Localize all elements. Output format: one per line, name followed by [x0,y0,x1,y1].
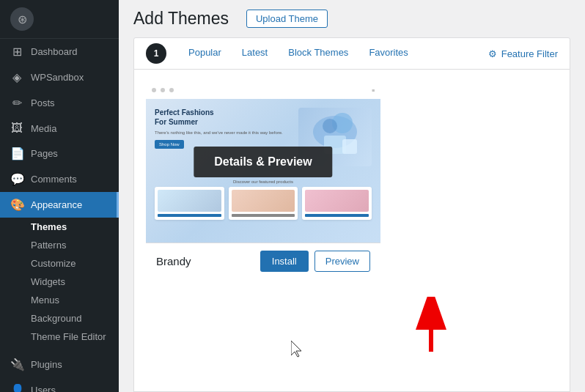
sidebar-item-plugins[interactable]: 🔌 Plugins [0,352,119,377]
gear-icon: ⚙ [488,48,497,59]
appearance-icon: 🎨 [10,198,23,212]
sidebar-item-comments[interactable]: 💬 Comments [0,166,119,192]
filter-bar: 1 Popular Latest Block Themes Favorites … [133,37,570,70]
theme-count-badge: 1 [146,43,166,64]
product-img [158,190,221,212]
nav-dot [161,88,165,92]
sidebar-sub-background[interactable]: Background [0,309,119,328]
feature-filter-label: Feature Filter [501,48,558,59]
sidebar-sub-theme-file-editor[interactable]: Theme File Editor [0,328,119,346]
pages-icon: 📄 [10,147,23,160]
tab-favorites[interactable]: Favorites [358,38,418,69]
arrow-indicator [409,297,453,358]
sidebar-item-label: WPSandbox [31,72,84,83]
product-card-1 [155,187,224,220]
product-img [305,190,369,212]
theme-name: Brandy [156,255,191,267]
theme-card-brandy[interactable]: ≡ Perfect Fashions For Summer There's no… [146,81,380,279]
themes-area: ≡ Perfect Fashions For Summer There's no… [133,70,570,392]
theme-actions: Install Preview [260,251,370,272]
wp-logo-icon: ⊛ [10,7,34,31]
sidebar-item-label: Dashboard [31,46,78,57]
mouse-cursor [291,341,306,362]
media-icon: 🖼 [10,122,23,135]
main-content: Add Themes Upload Theme 1 Popular Latest… [119,0,585,392]
theme-preview: ≡ Perfect Fashions For Summer There's no… [146,81,380,243]
sidebar-item-appearance[interactable]: 🎨 Appearance [0,192,119,218]
dashboard-icon: ⊞ [10,45,23,59]
posts-icon: ✏ [10,96,23,110]
sidebar-sub-patterns[interactable]: Patterns [0,236,119,254]
preview-heading: Perfect Fashions For Summer [155,108,292,127]
sidebar-item-label: Users [31,385,56,392]
sidebar-item-label: Appearance [31,199,82,210]
preview-products-row [155,187,372,220]
wpsandbox-icon: ◈ [10,70,23,84]
tab-block-themes[interactable]: Block Themes [278,38,358,69]
sidebar-item-label: Plugins [31,359,62,370]
sidebar-item-pages[interactable]: 📄 Pages [0,141,119,166]
themes-wrapper: ≡ Perfect Fashions For Summer There's no… [134,70,570,291]
sidebar-item-label: Pages [31,148,58,159]
users-icon: 👤 [10,383,23,392]
theme-info-bar: Brandy Install Preview [146,243,380,279]
preview-button[interactable]: Preview [314,251,370,272]
sidebar-sub-menus[interactable]: Menus [0,291,119,309]
red-arrow-svg [409,297,453,355]
sidebar-item-posts[interactable]: ✏ Posts [0,90,119,116]
sidebar: ⊛ ⊞ Dashboard ◈ WPSandbox ✏ Posts 🖼 Medi… [0,0,119,392]
product-img [232,190,295,212]
tab-popular[interactable]: Popular [178,38,232,69]
sidebar-sub-customize[interactable]: Customize [0,254,119,273]
sidebar-item-label: Comments [31,174,77,185]
preview-products: Discover our featured products [146,175,380,224]
details-preview-overlay[interactable]: Details & Preview [194,147,332,177]
sidebar-item-label: Media [31,123,56,134]
product-card-3 [302,187,372,220]
page-header: Add Themes Upload Theme [119,0,585,29]
preview-nav-bar: ≡ [146,81,380,99]
install-button[interactable]: Install [260,251,309,272]
preview-sub: There's nothing like this, and we've nev… [155,130,292,136]
sidebar-sub-themes[interactable]: Themes [0,218,119,236]
nav-dot [152,88,156,92]
preview-discover-text: Discover our featured products [155,180,372,184]
upload-theme-button[interactable]: Upload Theme [246,10,328,28]
feature-filter[interactable]: ⚙ Feature Filter [478,40,558,68]
comments-icon: 💬 [10,172,23,186]
tab-latest[interactable]: Latest [232,38,278,69]
svg-point-2 [323,119,337,133]
svg-rect-4 [342,139,357,154]
sidebar-item-users[interactable]: 👤 Users [0,377,119,392]
product-card-2 [229,187,298,220]
sidebar-logo: ⊛ [0,0,119,39]
sidebar-item-wpsandbox[interactable]: ◈ WPSandbox [0,64,119,90]
preview-cta-btn: Shop Now [155,140,184,149]
page-title: Add Themes [133,9,229,29]
sidebar-sub-widgets[interactable]: Widgets [0,273,119,291]
plugins-icon: 🔌 [10,358,23,371]
sidebar-item-media[interactable]: 🖼 Media [0,116,119,141]
nav-dot [169,88,174,92]
sidebar-item-label: Posts [31,97,55,108]
sidebar-item-dashboard[interactable]: ⊞ Dashboard [0,39,119,64]
